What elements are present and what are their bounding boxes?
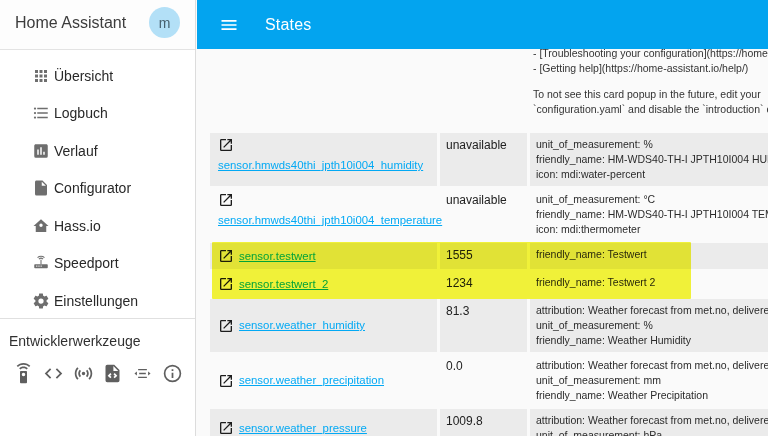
state-value: 1009.8 (440, 409, 527, 436)
file-icon (32, 179, 50, 197)
intro-line: - [Getting help](https://home-assistant.… (533, 61, 768, 76)
states-table: sensor.hmwds40thi_jpth10i004_humidityuna… (210, 133, 768, 436)
app-title: Home Assistant (15, 14, 126, 32)
router-icon (32, 254, 50, 272)
attributes-cell: friendly_name: Testwert 2 (530, 271, 768, 297)
menu-icon[interactable] (219, 15, 239, 35)
access-point-icon[interactable] (73, 363, 94, 384)
table-row-highlighted: sensor.testwert_21234friendly_name: Test… (210, 271, 768, 297)
sidebar-item-logbuch[interactable]: Logbuch (0, 95, 195, 133)
attributes-cell: unit_of_measurement: °Cfriendly_name: HM… (530, 188, 768, 241)
attribute-line: friendly_name: Weather Humidity (536, 333, 768, 348)
intro-line: `configuration.yaml` and disable the `in… (533, 102, 768, 117)
table-row: sensor.weather_precipitation0.0attributi… (210, 354, 768, 407)
sidebar-item-einstellungen[interactable]: Einstellungen (0, 282, 195, 320)
open-in-new-icon[interactable] (218, 192, 234, 208)
attribute-line: unit_of_measurement: hPa (536, 428, 768, 436)
state-value: unavailable (440, 188, 527, 241)
mqtt-icon[interactable] (132, 363, 153, 384)
sidebar-header: Home Assistant m (0, 0, 195, 50)
file-code-icon[interactable] (102, 363, 123, 384)
attribute-line: friendly_name: HM-WDS40-TH-I JPTH10I004 … (536, 207, 768, 222)
intro-card-overflow-text: - [Troubleshooting your configuration](h… (533, 46, 768, 117)
avatar[interactable]: m (149, 7, 180, 38)
sidebar-item-label: Verlauf (54, 143, 98, 159)
hassio-icon (32, 217, 50, 235)
sidebar-item-hass-io[interactable]: Hass.io (0, 207, 195, 245)
entity-link[interactable]: sensor.weather_pressure (239, 421, 367, 436)
sidebar-item-label: Hass.io (54, 218, 101, 234)
intro-line (533, 76, 768, 87)
open-in-new-icon[interactable] (218, 137, 234, 153)
sidebar-item-speedport[interactable]: Speedport (0, 245, 195, 283)
table-row: sensor.hmwds40thi_jpth10i004_temperature… (210, 188, 768, 241)
attributes-cell: unit_of_measurement: %friendly_name: HM-… (530, 133, 768, 186)
state-value: 0.0 (440, 354, 527, 407)
state-value: 81.3 (440, 299, 527, 352)
sidebar-item-verlauf[interactable]: Verlauf (0, 132, 195, 170)
entity-cell: sensor.weather_precipitation (210, 354, 437, 407)
attribute-line: friendly_name: HM-WDS40-TH-I JPTH10I004 … (536, 152, 768, 167)
table-row-highlighted: sensor.testwert1555friendly_name: Testwe… (210, 243, 768, 269)
attribute-line: unit_of_measurement: % (536, 318, 768, 333)
devtools-icon-row (0, 363, 196, 384)
sidebar-item-label: Logbuch (54, 105, 108, 121)
entity-link[interactable]: sensor.weather_humidity (239, 318, 365, 333)
attributes-cell: attribution: Weather forecast from met.n… (530, 409, 768, 436)
attribute-line: friendly_name: Testwert (536, 247, 768, 262)
attribute-line: friendly_name: Testwert 2 (536, 275, 768, 290)
main-panel: States - [Troubleshooting your configura… (197, 0, 768, 436)
table-row: sensor.weather_pressure1009.8attribution… (210, 409, 768, 436)
list-icon (32, 104, 50, 122)
state-value: 1234 (440, 271, 527, 297)
table-row: sensor.weather_humidity81.3attribution: … (210, 299, 768, 352)
gear-icon (32, 292, 50, 310)
attribute-line: unit_of_measurement: mm (536, 373, 768, 388)
entity-cell: sensor.testwert (210, 243, 437, 269)
entity-cell: sensor.testwert_2 (210, 271, 437, 297)
sidebar-item-configurator[interactable]: Configurator (0, 170, 195, 208)
sidebar-item-label: Speedport (54, 255, 119, 271)
attribute-line: icon: mdi:water-percent (536, 167, 768, 182)
sidebar-item-label: Übersicht (54, 68, 113, 84)
attribute-line: unit_of_measurement: % (536, 137, 768, 152)
info-icon[interactable] (162, 363, 183, 384)
entity-link[interactable]: sensor.testwert_2 (239, 277, 328, 292)
sidebar-menu: ÜbersichtLogbuchVerlaufConfiguratorHass.… (0, 57, 195, 320)
main-toolbar: States (197, 0, 768, 49)
table-row: sensor.hmwds40thi_jpth10i004_humidityuna… (210, 133, 768, 186)
entity-cell: sensor.hmwds40thi_jpth10i004_temperature (210, 188, 437, 241)
entity-link[interactable]: sensor.testwert (239, 249, 316, 264)
intro-line: To not see this card popup in the future… (533, 87, 768, 102)
open-in-new-icon[interactable] (218, 373, 234, 389)
sidebar-divider (0, 318, 195, 319)
attribute-line: attribution: Weather forecast from met.n… (536, 358, 768, 373)
attributes-cell: friendly_name: Testwert (530, 243, 768, 269)
remote-icon[interactable] (13, 363, 34, 384)
chart-icon (32, 142, 50, 160)
entity-cell: sensor.hmwds40thi_jpth10i004_humidity (210, 133, 437, 186)
attribute-line: attribution: Weather forecast from met.n… (536, 413, 768, 428)
open-in-new-icon[interactable] (218, 318, 234, 334)
attributes-cell: attribution: Weather forecast from met.n… (530, 354, 768, 407)
apps-icon (32, 67, 50, 85)
page-title: States (265, 16, 312, 34)
open-in-new-icon[interactable] (218, 276, 234, 292)
entity-link[interactable]: sensor.hmwds40thi_jpth10i004_humidity (218, 158, 423, 173)
attribute-line: unit_of_measurement: °C (536, 192, 768, 207)
devtools-section-label: Entwicklerwerkzeuge (9, 333, 141, 349)
entity-link[interactable]: sensor.hmwds40thi_jpth10i004_temperature (218, 213, 442, 228)
open-in-new-icon[interactable] (218, 420, 234, 436)
attribute-line: attribution: Weather forecast from met.n… (536, 303, 768, 318)
entity-cell: sensor.weather_humidity (210, 299, 437, 352)
state-value: unavailable (440, 133, 527, 186)
code-tags-icon[interactable] (43, 363, 64, 384)
attribute-line: friendly_name: Weather Precipitation (536, 388, 768, 403)
state-value: 1555 (440, 243, 527, 269)
sidebar: Home Assistant m ÜbersichtLogbuchVerlauf… (0, 0, 196, 436)
open-in-new-icon[interactable] (218, 248, 234, 264)
entity-link[interactable]: sensor.weather_precipitation (239, 373, 384, 388)
attributes-cell: attribution: Weather forecast from met.n… (530, 299, 768, 352)
sidebar-item-ubersicht[interactable]: Übersicht (0, 57, 195, 95)
sidebar-item-label: Configurator (54, 180, 131, 196)
